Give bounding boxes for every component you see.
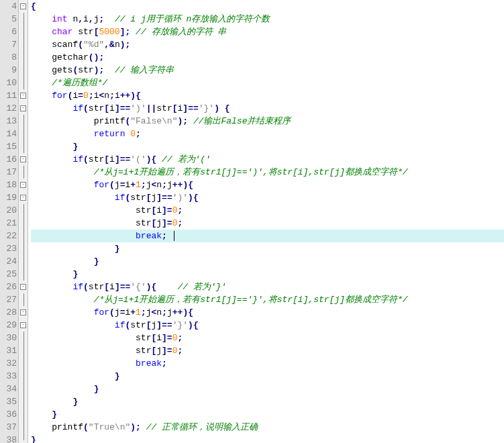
token-plain: i xyxy=(109,103,115,113)
fold-cell xyxy=(19,26,28,38)
token-plain: j xyxy=(115,180,120,190)
code-line[interactable]: } xyxy=(31,140,504,153)
token-plain: j xyxy=(167,180,172,190)
fold-toggle-icon[interactable]: - xyxy=(20,93,26,99)
token-num: 0 xyxy=(83,91,89,101)
code-line[interactable]: if(str[i]=='{'){ // 若为'}' xyxy=(31,281,504,293)
token-op: ; xyxy=(141,180,146,190)
code-line[interactable]: printf("True\n"); // 正常循环，说明输入正确 xyxy=(31,421,504,434)
token-plain: n xyxy=(115,40,120,50)
code-line[interactable]: printf("False\n"); //输出False并结束程序 xyxy=(31,115,504,128)
token-op: + xyxy=(130,180,136,190)
token-plain: str xyxy=(136,218,151,228)
code-line[interactable]: str[i]=0; xyxy=(31,332,504,344)
token-op: ; xyxy=(177,205,183,215)
token-op: [ xyxy=(104,103,109,113)
fold-toggle-icon[interactable]: - xyxy=(20,182,26,188)
token-plain xyxy=(156,282,177,292)
fold-cell xyxy=(19,140,28,153)
code-line[interactable]: } xyxy=(31,242,504,255)
token-cmt: //输出False并结束程序 xyxy=(193,116,291,126)
token-op: } xyxy=(72,142,78,152)
fold-toggle-icon[interactable]: - xyxy=(20,309,26,315)
code-line[interactable]: for(j=i+1;j<n;j++){ xyxy=(31,179,504,191)
fold-cell: - xyxy=(19,102,28,115)
code-line[interactable]: } xyxy=(31,255,504,268)
code-line[interactable]: int n,i,j; // i j用于循环 n存放输入的字符个数 xyxy=(31,13,504,26)
code-line[interactable]: /*从j=i+1开始遍历，若有str1[j]=='}',将str[i],str[… xyxy=(31,293,504,306)
fold-cell xyxy=(19,421,28,434)
fold-toggle-icon[interactable]: - xyxy=(20,105,26,111)
code-line[interactable]: char str[5000]; // 存放输入的字符 串 xyxy=(31,26,504,38)
line-number: 38 xyxy=(4,434,17,443)
token-plain xyxy=(104,14,115,24)
code-line[interactable]: if(str[j]==')'){ xyxy=(31,191,504,204)
code-line[interactable]: } xyxy=(31,395,504,408)
token-plain: i xyxy=(109,282,115,292)
token-plain: n xyxy=(104,91,109,101)
code-line[interactable]: str[i]=0; xyxy=(31,204,504,217)
code-line[interactable]: getchar(); xyxy=(31,51,504,64)
line-number: 21 xyxy=(4,217,17,230)
code-line[interactable]: } xyxy=(31,370,504,383)
token-op: ( xyxy=(109,307,115,317)
line-number: 31 xyxy=(4,344,17,357)
line-number: 22 xyxy=(4,230,17,242)
token-op: } xyxy=(52,409,57,420)
token-str: "%d" xyxy=(83,40,104,50)
fold-cell xyxy=(19,255,28,268)
token-op: ( xyxy=(109,180,115,190)
fold-toggle-icon[interactable]: - xyxy=(20,284,26,290)
code-line[interactable]: break; xyxy=(31,357,504,370)
token-op: { xyxy=(31,1,36,11)
code-line[interactable]: gets(str); // 输入字符串 xyxy=(31,64,504,77)
token-cmt: // 正常循环，说明输入正确 xyxy=(146,422,258,432)
code-line[interactable]: } xyxy=(31,268,504,281)
token-op: [ xyxy=(104,154,109,164)
code-line[interactable]: } xyxy=(31,383,504,395)
code-line[interactable]: { xyxy=(31,0,504,13)
token-num: 0 xyxy=(130,129,136,139)
line-number: 8 xyxy=(4,51,17,64)
code-line[interactable]: if(str[i]=='('){ // 若为'(' xyxy=(31,153,504,166)
code-line[interactable]: str[j]=0; xyxy=(31,344,504,357)
line-number-gutter: 4567891011121314151617181920212223242526… xyxy=(0,0,19,443)
token-op: ( xyxy=(83,154,89,164)
code-area[interactable]: { int n,i,j; // i j用于循环 n存放输入的字符个数 char … xyxy=(28,0,504,443)
token-plain: str xyxy=(136,205,151,215)
line-number: 9 xyxy=(4,64,17,77)
token-op: ; xyxy=(162,180,167,190)
token-fn: printf xyxy=(94,116,125,126)
line-number: 25 xyxy=(4,268,17,281)
code-line[interactable]: /*遍历数组*/ xyxy=(31,77,504,89)
line-number: 13 xyxy=(4,115,17,128)
fold-toggle-icon[interactable]: - xyxy=(20,195,26,201)
token-plain: str xyxy=(136,346,151,356)
token-op: ++){ xyxy=(172,307,193,317)
token-plain: i xyxy=(94,91,99,101)
line-number: 32 xyxy=(4,357,17,370)
code-line[interactable]: /*从j=i+1开始遍历，若有str1[j]==')',将str[i],str[… xyxy=(31,166,504,179)
code-line[interactable]: for(i=0;i<n;i++){ xyxy=(31,89,504,102)
token-plain: i xyxy=(109,154,115,164)
token-str: '}' xyxy=(199,103,214,113)
fold-cell: - xyxy=(19,153,28,166)
code-line[interactable]: if(str[i]==')'||str[i]=='}') { xyxy=(31,102,504,115)
code-line[interactable]: if(str[j]=='}'){ xyxy=(31,319,504,332)
token-type: char xyxy=(52,27,72,37)
fold-toggle-icon[interactable]: - xyxy=(20,3,26,9)
code-line[interactable]: } xyxy=(31,408,504,421)
code-line[interactable]: for(j=i+1;j<n;j++){ xyxy=(31,306,504,319)
token-op: ( xyxy=(83,103,89,113)
code-line[interactable]: break; xyxy=(31,230,504,242)
code-line[interactable]: str[j]=0; xyxy=(31,217,504,230)
code-line[interactable]: return 0; xyxy=(31,128,504,140)
code-line[interactable]: scanf("%d",&n); xyxy=(31,38,504,51)
fold-cell xyxy=(19,217,28,230)
fold-toggle-icon[interactable]: - xyxy=(20,322,26,328)
fold-toggle-icon[interactable]: - xyxy=(20,156,26,162)
token-kw: break xyxy=(136,231,162,241)
fold-cell xyxy=(19,204,28,217)
token-op: ){ xyxy=(146,154,157,164)
code-line[interactable]: } xyxy=(31,434,504,443)
